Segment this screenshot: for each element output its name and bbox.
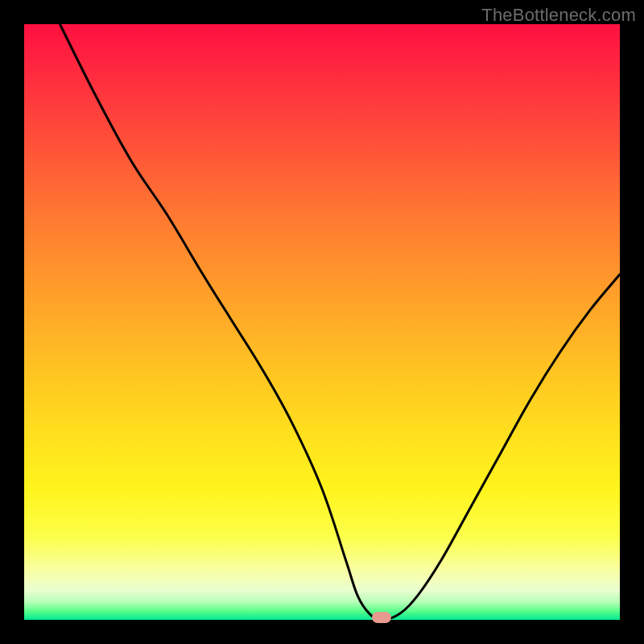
optimal-marker <box>372 612 391 623</box>
bottleneck-curve <box>24 24 620 620</box>
watermark-text: TheBottleneck.com <box>481 5 636 26</box>
plot-area <box>24 24 620 620</box>
chart-frame: TheBottleneck.com <box>0 0 644 644</box>
